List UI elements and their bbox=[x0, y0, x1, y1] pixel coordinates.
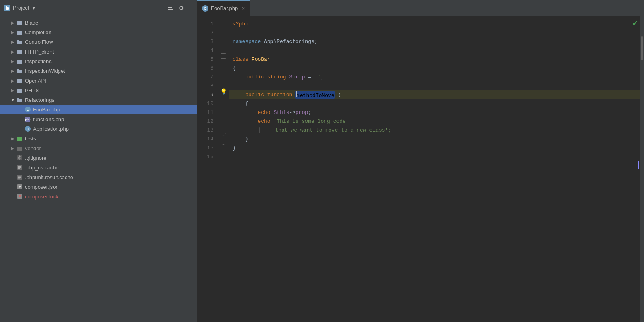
gutter-9[interactable]: 💡 bbox=[217, 87, 229, 96]
sidebar-item-tests[interactable]: ▶ tests bbox=[0, 134, 197, 143]
chevron-right-icon: ▶ bbox=[10, 40, 16, 44]
space bbox=[248, 56, 252, 62]
tab-foobar-php[interactable]: C FooBar.php × bbox=[197, 0, 250, 16]
code-line-3: namespace App\Refactorings; bbox=[229, 37, 640, 46]
class-keyword: class bbox=[233, 56, 248, 62]
line-num-4: 4 bbox=[197, 46, 217, 55]
sidebar-item-inspections[interactable]: ▶ Inspections bbox=[0, 56, 197, 66]
sidebar-item-application-php[interactable]: ▶ C Application.php bbox=[0, 124, 197, 134]
sidebar-label-http-client: HTTP_client bbox=[25, 49, 54, 55]
settings-button[interactable]: ⚙ bbox=[178, 4, 185, 12]
namespace-value: App\Refactorings; bbox=[261, 39, 317, 45]
tab-bar: C FooBar.php × bbox=[197, 0, 644, 16]
sidebar-label-gitignore: .gitignore bbox=[25, 155, 46, 161]
sidebar-item-blade[interactable]: ▶ Blade bbox=[0, 18, 197, 27]
folder-icon bbox=[16, 58, 23, 64]
sidebar-item-http-client[interactable]: ▶ HTTP_client bbox=[0, 47, 197, 56]
sidebar-item-php8[interactable]: ▶ PHP8 bbox=[0, 85, 197, 95]
bulb-icon[interactable]: 💡 bbox=[220, 88, 227, 95]
svg-rect-3 bbox=[168, 7, 172, 8]
gutter-14[interactable]: − bbox=[217, 131, 229, 140]
sidebar-item-vendor[interactable]: ▶ vendor bbox=[0, 143, 197, 153]
sidebar-item-php-cs-cache[interactable]: ▶ .php_cs.cache bbox=[0, 163, 197, 172]
sidebar-item-openapi[interactable]: ▶ OpenAPI bbox=[0, 76, 197, 85]
empty-string: '' bbox=[314, 74, 321, 80]
fold-class-end-icon[interactable]: − bbox=[221, 142, 226, 147]
sidebar-header: Project ▼ ⚙ − bbox=[0, 0, 197, 16]
chevron-right-icon: ▶ bbox=[10, 69, 16, 73]
folder-icon bbox=[16, 78, 23, 83]
sidebar-label-php8: PHP8 bbox=[25, 87, 39, 93]
gutter-13 bbox=[217, 122, 229, 131]
line-num-10: 10 bbox=[197, 99, 217, 108]
fold-class-icon[interactable]: − bbox=[221, 53, 226, 59]
sp6 bbox=[270, 118, 274, 124]
sidebar: Project ▼ ⚙ − ▶ Blade ▶ Completion bbox=[0, 0, 197, 322]
sidebar-label-blade: Blade bbox=[25, 20, 38, 26]
php-file-icon: php bbox=[24, 116, 31, 122]
sidebar-item-controlflow[interactable]: ▶ ControlFlow bbox=[0, 37, 197, 47]
code-line-9: public function methodToMove () bbox=[229, 90, 640, 99]
sidebar-item-refactorings[interactable]: ▼ Refactorings bbox=[0, 95, 197, 105]
sp4 bbox=[292, 92, 295, 98]
assign: = bbox=[305, 74, 314, 80]
code-editor[interactable]: 1 2 3 4 5 6 7 8 9 10 11 12 13 14 15 16 − bbox=[197, 16, 644, 322]
code-line-6: { bbox=[229, 64, 640, 72]
parens: () bbox=[335, 92, 341, 98]
svg-rect-13 bbox=[18, 168, 20, 169]
sidebar-item-foobar-php[interactable]: ▶ C FooBar.php bbox=[0, 105, 197, 114]
sidebar-item-functions-php[interactable]: ▶ php functions.php bbox=[0, 114, 197, 124]
line-num-12: 12 bbox=[197, 117, 217, 126]
sidebar-item-gitignore[interactable]: ▶ .gitignore bbox=[0, 153, 197, 163]
right-scrollbar[interactable] bbox=[640, 16, 644, 322]
code-line-14: } bbox=[229, 134, 640, 143]
sp1 bbox=[264, 74, 267, 80]
brace-inner-close: } bbox=[233, 136, 248, 142]
sidebar-item-composer-lock[interactable]: ▶ composer.lock bbox=[0, 192, 197, 201]
sidebar-label-refactorings: Refactorings bbox=[25, 97, 54, 103]
sidebar-label-functions: functions.php bbox=[33, 116, 64, 122]
code-line-10: { bbox=[229, 99, 640, 108]
sidebar-header-icons: ⚙ − bbox=[167, 4, 193, 12]
echo-keyword2: echo bbox=[258, 118, 270, 124]
gutter-15[interactable]: − bbox=[217, 140, 229, 149]
gutter-5[interactable]: − bbox=[217, 52, 229, 60]
sidebar-item-completion[interactable]: ▶ Completion bbox=[0, 27, 197, 37]
sidebar-item-composer-json[interactable]: ▶ composer.json bbox=[0, 182, 197, 192]
chevron-down-icon: ▼ bbox=[10, 98, 16, 102]
sidebar-label-inspections: Inspections bbox=[25, 58, 52, 64]
svg-rect-4 bbox=[168, 9, 173, 10]
sidebar-label-tests: tests bbox=[25, 136, 36, 142]
sidebar-label-completion: Completion bbox=[25, 29, 52, 35]
collapse-all-button[interactable] bbox=[167, 4, 175, 12]
dropdown-icon[interactable]: ▼ bbox=[31, 6, 36, 10]
fold-method-icon[interactable]: − bbox=[221, 133, 226, 138]
sidebar-item-inspection-widget[interactable]: ▶ InspectionWidget bbox=[0, 66, 197, 76]
brace-outer-close: } bbox=[233, 145, 236, 151]
text-cursor bbox=[296, 91, 297, 97]
sidebar-label-openapi: OpenAPI bbox=[25, 78, 46, 84]
sidebar-label-foobar: FooBar.php bbox=[33, 107, 60, 113]
brace-open: { bbox=[233, 65, 236, 71]
svg-rect-11 bbox=[18, 166, 21, 167]
line-num-16: 16 bbox=[197, 152, 217, 161]
indent4 bbox=[233, 109, 258, 116]
code-content[interactable]: <?php namespace App\Refactorings; class … bbox=[229, 16, 640, 322]
chevron-right-icon: ▶ bbox=[10, 30, 16, 35]
svg-rect-16 bbox=[18, 177, 21, 178]
code-line-5: class FooBar bbox=[229, 55, 640, 64]
scrollbar-thumb[interactable] bbox=[641, 36, 643, 60]
gutter-10 bbox=[217, 96, 229, 105]
line-num-5: 5 bbox=[197, 55, 217, 64]
chevron-right-icon: ▶ bbox=[10, 78, 16, 83]
minimize-button[interactable]: − bbox=[188, 4, 193, 12]
gutter-11 bbox=[217, 105, 229, 114]
line-num-7: 7 bbox=[197, 72, 217, 81]
sidebar-label-phpunit-cache: .phpunit.result.cache bbox=[25, 174, 73, 180]
svg-rect-2 bbox=[168, 6, 173, 6]
sidebar-item-phpunit-cache[interactable]: ▶ .phpunit.result.cache bbox=[0, 172, 197, 182]
line-num-15: 15 bbox=[197, 143, 217, 152]
semi2: ; bbox=[308, 109, 311, 116]
tab-close-button[interactable]: × bbox=[242, 6, 245, 11]
line-num-13: 13 bbox=[197, 126, 217, 134]
